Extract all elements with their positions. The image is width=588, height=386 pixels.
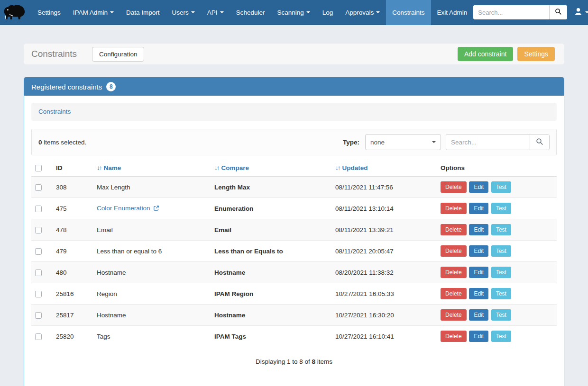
header-updated-sort[interactable]: ↓↑Updated [331,160,437,177]
sort-icon: ↓↑ [335,164,340,171]
test-button[interactable]: Test [491,288,511,299]
type-select[interactable]: none [365,134,441,150]
table-search-button[interactable] [530,135,549,150]
constraint-name: Hostname [97,312,126,319]
nav-item-constraints[interactable]: Constraints [386,0,431,25]
nav-item-scanning[interactable]: Scanning [271,0,316,25]
select-all-checkbox[interactable] [35,165,42,171]
edit-button[interactable]: Edit [469,203,488,214]
row-checkbox[interactable] [35,333,42,340]
constraint-id: 475 [56,205,67,212]
edit-button[interactable]: Edit [469,309,488,321]
table-search-input[interactable] [446,135,530,150]
constraint-id: 25817 [56,312,74,319]
edit-button[interactable]: Edit [469,181,488,193]
header-compare-sort[interactable]: ↓↑Compare [211,160,331,177]
table-search [446,134,550,150]
selected-text: items selected. [42,139,87,146]
nav-item-data-import[interactable]: Data Import [120,0,166,25]
test-button[interactable]: Test [491,203,511,214]
nav-item-log[interactable]: Log [316,0,340,25]
table-row: 479 Less than or equal to 6 Less than or… [31,241,557,262]
edit-button[interactable]: Edit [469,331,488,342]
global-search-input[interactable] [473,5,549,19]
row-checkbox[interactable] [35,248,42,255]
constraint-name: Max Length [97,184,130,191]
table-toolbar: 0 items selected. Type: none [31,129,557,155]
header-name-sort[interactable]: ↓↑Name [93,160,211,177]
nav-item-scheduler[interactable]: Scheduler [230,0,271,25]
nav-item-users[interactable]: Users [166,0,201,25]
constraint-id: 480 [56,269,67,276]
test-button[interactable]: Test [491,331,511,342]
nav-item-exit-admin[interactable]: Exit Admin [431,0,474,25]
caret-down-icon [306,11,310,13]
pagination-summary: Displaying 1 to 8 of 8 items [31,358,557,365]
count-badge: 8 [106,82,116,91]
page-header: Constraints Configuration Add constraint… [24,44,564,64]
caret-down-icon [585,11,588,13]
constraint-compare: Hostname [214,269,245,276]
test-button[interactable]: Test [491,181,511,193]
edit-button[interactable]: Edit [469,288,488,299]
constraints-table: ID ↓↑Name ↓↑Compare ↓↑Updated Options 30… [31,160,557,347]
sort-icon: ↓↑ [214,164,219,171]
delete-button[interactable]: Delete [441,309,467,321]
delete-button[interactable]: Delete [441,267,467,278]
edit-button[interactable]: Edit [469,267,488,278]
delete-button[interactable]: Delete [441,224,467,235]
row-checkbox[interactable] [35,184,42,191]
test-button[interactable]: Test [491,224,511,235]
delete-button[interactable]: Delete [441,245,467,257]
caret-down-icon [110,11,114,13]
constraint-id: 308 [56,184,67,191]
breadcrumb-constraints-link[interactable]: Constraints [38,108,71,115]
row-checkbox[interactable] [35,291,42,297]
row-checkbox[interactable] [35,227,42,233]
constraint-compare: Email [214,226,231,233]
selection-info: 0 items selected. [38,139,86,146]
search-icon [555,8,562,17]
delete-button[interactable]: Delete [441,288,467,299]
row-checkbox[interactable] [35,312,42,319]
constraint-name: Tags [97,333,110,340]
constraint-compare: Length Max [214,184,250,191]
row-checkbox[interactable] [35,269,42,276]
nav-item-settings[interactable]: Settings [31,0,67,25]
mammoth-logo-icon[interactable] [3,2,28,22]
constraint-name: Email [97,226,113,233]
caret-down-icon [432,141,436,143]
global-search-button[interactable] [549,5,567,19]
delete-button[interactable]: Delete [441,181,467,193]
constraint-compare: Less than or Equals to [214,248,283,255]
table-row: 475 Color Enumeration Enumeration 08/11/… [31,198,557,219]
nav-item-approvals[interactable]: Approvals [339,0,386,25]
add-constraint-button[interactable]: Add constraint [458,47,514,61]
user-menu[interactable] [574,7,588,18]
caret-down-icon [220,11,224,13]
constraint-updated: 10/27/2021 16:10:41 [335,333,394,340]
edit-button[interactable]: Edit [469,245,488,257]
caret-down-icon [191,11,195,13]
settings-button[interactable]: Settings [517,47,555,61]
global-search [473,5,567,19]
constraint-name-link[interactable]: Color Enumeration [97,205,150,212]
table-row: 480 Hostname Hostname 08/20/2021 11:38:3… [31,262,557,283]
constraint-name: Less than or equal to 6 [97,248,162,255]
edit-button[interactable]: Edit [469,224,488,235]
delete-button[interactable]: Delete [441,331,467,342]
delete-button[interactable]: Delete [441,203,467,214]
constraint-id: 478 [56,226,67,233]
nav-menu: Settings IPAM Admin Data Import Users AP… [31,0,473,25]
test-button[interactable]: Test [491,267,511,278]
constraint-compare: IPAM Region [214,290,253,297]
row-checkbox[interactable] [35,206,42,212]
test-button[interactable]: Test [491,309,511,321]
user-icon [574,7,583,18]
nav-item-api[interactable]: API [201,0,230,25]
header-id: ID [52,160,93,177]
external-link-icon [153,206,159,213]
test-button[interactable]: Test [491,245,511,257]
configuration-button[interactable]: Configuration [92,47,144,62]
nav-item-ipam-admin[interactable]: IPAM Admin [67,0,120,25]
